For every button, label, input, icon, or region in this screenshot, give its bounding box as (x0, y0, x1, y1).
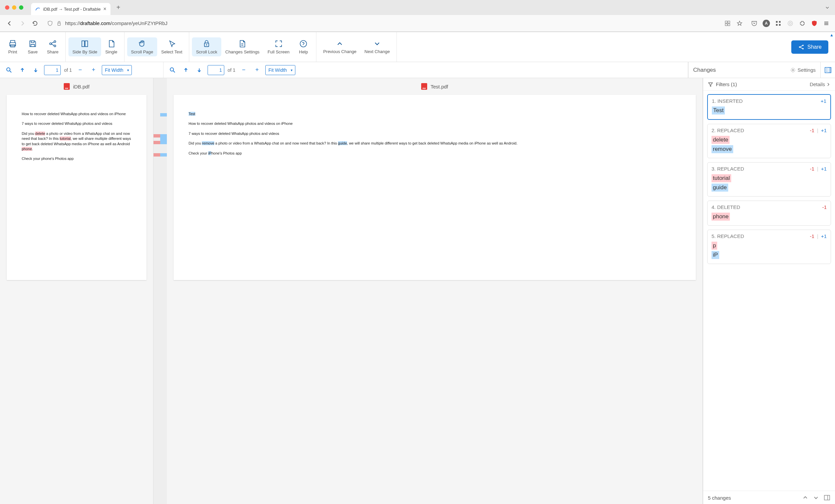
print-button[interactable]: Print (3, 37, 23, 57)
chevron-up-icon (336, 40, 344, 48)
sub-toolbar: of 1 − + Fit Width of 1 − + Fit Width Ch… (0, 62, 835, 78)
change-gutter[interactable] (154, 78, 167, 504)
change-body: piP (712, 242, 827, 260)
right-p2: 7 ways to recover deleted WhatsApp photo… (188, 131, 681, 136)
change-counts: -1|+1 (810, 233, 827, 239)
save-icon (28, 39, 37, 48)
svg-rect-0 (58, 23, 60, 25)
right-p4: Check your iPhone's Photos app (188, 151, 681, 156)
change-body: phone (712, 213, 827, 222)
page-input-right[interactable] (208, 65, 224, 75)
change-card[interactable]: 1. INSERTED+1Test (707, 94, 831, 120)
next-change-footer-button[interactable] (813, 495, 819, 501)
changes-count: 5 changes (708, 495, 731, 501)
filters-button[interactable]: Filters (1) (708, 81, 737, 87)
minimize-window-button[interactable] (12, 5, 16, 10)
svg-rect-8 (779, 24, 780, 26)
changes-settings-button[interactable]: Changes Settings (221, 37, 264, 57)
next-change-button[interactable]: Next Change (361, 38, 394, 56)
collapse-toolbar-icon[interactable]: ▲ (830, 33, 834, 37)
scroll-page-button[interactable]: Scroll Page (127, 37, 157, 57)
page-down-right-button[interactable] (194, 65, 204, 75)
back-button[interactable] (5, 19, 14, 28)
browser-tab[interactable]: iDB.pdf → Test.pdf - Draftable × (31, 3, 110, 15)
side-by-side-button[interactable]: Side By Side (68, 37, 101, 57)
qr-icon[interactable] (724, 20, 731, 27)
changes-list[interactable]: 1. INSERTED+1Test2. REPLACED-1|+1deleter… (703, 91, 835, 491)
left-p3: Did you delete a photo or video from a W… (22, 131, 131, 152)
page-total-right: of 1 (228, 67, 235, 73)
details-button[interactable]: Details (810, 81, 830, 87)
address-bar: https://draftable.com/compare/yeUnFZYtPR… (0, 15, 835, 32)
forward-button[interactable] (18, 19, 27, 28)
right-p1: How to recover deleted WhatsApp photos a… (188, 121, 681, 126)
tabs-dropdown-icon[interactable] (824, 5, 830, 11)
previous-change-button[interactable]: Previous Change (319, 38, 361, 56)
brave-shield-icon[interactable] (811, 20, 818, 27)
main-toolbar: Print Save Share Side By Side Single Scr… (0, 32, 835, 62)
maximize-window-button[interactable] (19, 5, 23, 10)
zoom-in-right-button[interactable]: + (252, 65, 262, 75)
changes-settings-link[interactable]: Settings (790, 67, 816, 73)
left-document-panel: iDB.pdf How to recover deleted WhatsApp … (0, 78, 154, 504)
apps-grid-icon[interactable] (775, 20, 782, 27)
select-text-button[interactable]: Select Text (157, 37, 186, 57)
tab-bar: iDB.pdf → Test.pdf - Draftable × + (0, 0, 835, 15)
svg-rect-5 (776, 21, 778, 23)
right-page[interactable]: Test How to recover deleted WhatsApp pho… (174, 95, 696, 280)
pocket-icon[interactable] (751, 20, 758, 27)
help-button[interactable]: Help (293, 37, 313, 57)
pdf-icon (421, 83, 427, 90)
change-counts: -1|+1 (810, 127, 827, 133)
change-card[interactable]: 5. REPLACED-1|+1piP (707, 230, 831, 264)
account-badge[interactable]: A (762, 20, 770, 27)
zoom-select-left[interactable]: Fit Width (102, 65, 132, 75)
extensions-icon[interactable] (799, 20, 806, 27)
page-input-left[interactable] (44, 65, 61, 75)
layout-toggle-button[interactable] (824, 494, 830, 501)
filters-bar: Filters (1) Details (703, 78, 835, 91)
share-icon (48, 39, 57, 48)
zoom-out-left-button[interactable]: − (75, 65, 85, 75)
bookmark-star-icon[interactable] (736, 20, 743, 27)
zoom-in-left-button[interactable]: + (88, 65, 99, 75)
page-up-right-button[interactable] (181, 65, 191, 75)
share-primary-button[interactable]: Share (791, 40, 828, 54)
page-down-left-button[interactable] (31, 65, 41, 75)
single-button[interactable]: Single (101, 37, 121, 57)
change-card[interactable]: 4. DELETED-1phone (707, 201, 831, 226)
close-window-button[interactable] (5, 5, 9, 10)
zoom-out-right-button[interactable]: − (239, 65, 249, 75)
save-button[interactable]: Save (23, 37, 43, 57)
svg-point-23 (792, 69, 794, 71)
browser-chrome: iDB.pdf → Test.pdf - Draftable × + https… (0, 0, 835, 32)
change-card[interactable]: 3. REPLACED-1|+1tutorialguide (707, 162, 831, 197)
reload-button[interactable] (30, 19, 40, 28)
change-counts: -1 (822, 204, 827, 210)
url-box[interactable]: https://draftable.com/compare/yeUnFZYtPR… (43, 18, 747, 29)
prev-change-footer-button[interactable] (802, 495, 808, 501)
main-area: iDB.pdf How to recover deleted WhatsApp … (0, 78, 835, 504)
change-title: 2. REPLACED (712, 127, 744, 133)
svg-point-21 (7, 68, 10, 71)
tab-close-icon[interactable]: × (103, 6, 106, 12)
share-button[interactable]: Share (43, 37, 63, 57)
page-up-left-button[interactable] (17, 65, 27, 75)
search-left-button[interactable] (4, 65, 14, 75)
full-screen-button[interactable]: Full Screen (264, 37, 294, 57)
shield-icon[interactable] (47, 20, 53, 26)
sync-icon[interactable] (787, 20, 794, 27)
scroll-lock-button[interactable]: Scroll Lock (192, 37, 221, 57)
change-card[interactable]: 2. REPLACED-1|+1deleteremove (707, 124, 831, 158)
left-page[interactable]: How to recover deleted WhatsApp photos a… (7, 95, 146, 280)
pdf-icon (64, 83, 70, 90)
change-body: deleteremove (712, 136, 827, 155)
new-tab-button[interactable]: + (113, 4, 124, 11)
zoom-select-right[interactable]: Fit Width (265, 65, 296, 75)
panel-toggle-button[interactable] (820, 62, 835, 78)
lock-icon[interactable] (56, 21, 62, 26)
url-text: https://draftable.com/compare/yeUnFZYtPR… (65, 20, 167, 26)
change-counts: -1|+1 (810, 166, 827, 172)
menu-icon[interactable] (823, 20, 830, 27)
search-right-button[interactable] (167, 65, 178, 75)
